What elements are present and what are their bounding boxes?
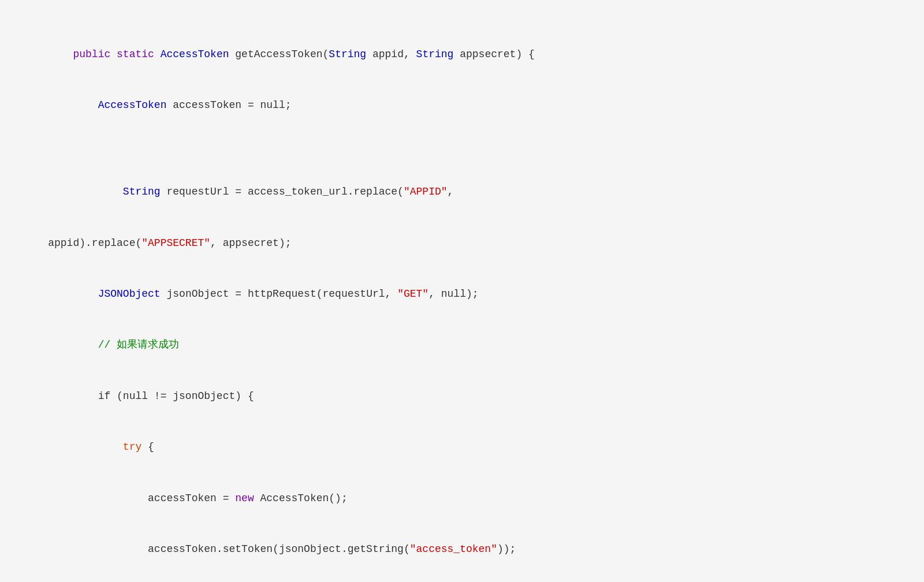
code-line-4 (23, 149, 901, 167)
code-line-12: accessToken.setToken(jsonObject.getStrin… (23, 524, 901, 574)
code-line-2: AccessToken accessToken = null; (23, 80, 901, 130)
code-line-10: try { (23, 421, 901, 472)
code-line-3 (23, 131, 901, 149)
code-line-9: if (null != jsonObject) { (23, 371, 901, 421)
code-line-11: accessToken = new AccessToken(); (23, 473, 901, 524)
code-line-7: JSONObject jsonObject = httpRequest(requ… (23, 268, 901, 319)
code-line-5: String requestUrl = access_token_url.rep… (23, 166, 901, 217)
code-line-6: appid).replace("APPSECRET", appsecret); (23, 218, 901, 268)
code-line-1: public static AccessToken getAccessToken… (23, 29, 901, 80)
code-line-8: // 如果请求成功 (23, 320, 901, 371)
code-line-13: accessToken.setExpiresIn(jsonObject.getI… (23, 575, 901, 583)
code-viewer: public static AccessToken getAccessToken… (23, 17, 901, 582)
